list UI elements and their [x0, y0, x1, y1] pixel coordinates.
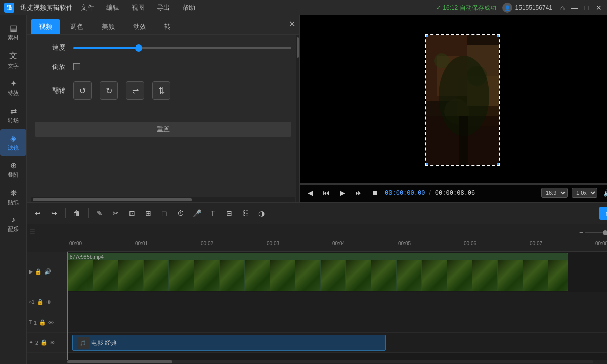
menu-view[interactable]: 视图: [129, 3, 147, 12]
timeline-area: ☰+ − + 00:00 00:01: [27, 224, 607, 364]
track-icon-text-lock[interactable]: 🔒: [39, 319, 46, 326]
preview-area: ◀ ⏮ ▶ ⏭ ⏹ 00:00:00.00 / 00:00:08.06 16:9…: [300, 15, 607, 202]
delete-button[interactable]: 🗑: [70, 206, 84, 220]
link-button[interactable]: ⛓: [238, 206, 252, 220]
speed-label: 速度: [35, 43, 65, 52]
audio-clip[interactable]: 🎵 电影 经典: [72, 335, 386, 351]
preview-canvas: [300, 15, 607, 183]
sidebar-item-filter[interactable]: ◈ 滤镜: [0, 129, 26, 156]
zoom-select[interactable]: 1.0x 0.5x 2.0x: [572, 188, 597, 198]
track-icon-volume[interactable]: 🔊: [44, 268, 51, 275]
tab-more[interactable]: 转: [156, 19, 179, 34]
zoom-track[interactable]: [585, 232, 607, 233]
video-clip-main[interactable]: 877e985b.mp4: [67, 253, 568, 291]
minimize-button[interactable]: —: [571, 4, 579, 12]
undo-button[interactable]: ↩: [31, 206, 45, 220]
stop-button[interactable]: ⏹: [369, 187, 381, 199]
cut-button[interactable]: ✂: [109, 206, 123, 220]
aspect-ratio-select[interactable]: 16:9 4:3 1:1 9:16: [541, 188, 568, 198]
play-button[interactable]: ▶: [336, 187, 349, 199]
speed-slider-thumb[interactable]: [135, 44, 142, 52]
handle-bottom-right[interactable]: [497, 163, 500, 166]
sidebar-item-effect[interactable]: ✦ 特效: [0, 75, 26, 101]
track-icon-audio-eye[interactable]: 👁: [50, 340, 55, 346]
top-area: ✕ 视频 调色 美颜 动效 转 速度: [27, 15, 607, 202]
sidebar-item-transition[interactable]: ⇄ 转场: [0, 102, 26, 128]
timeline-ruler[interactable]: 00:00 00:01 00:02 00:03 00:04 00:05 00:0…: [67, 240, 607, 252]
maximize-button[interactable]: □: [583, 4, 591, 12]
reverse-label: 倒放: [35, 62, 65, 71]
timeline-hscroll[interactable]: [27, 360, 607, 364]
menu-file[interactable]: 文件: [79, 3, 96, 12]
shape-button[interactable]: ◻: [157, 206, 171, 220]
sidebar: ▤ 素材 文 文字 ✦ 特效 ⇄ 转场 ◈ 滤镜 ⊕ 叠附 ❋ 贴纸 ♪ 配乐: [0, 15, 27, 364]
sidebar-item-overlay[interactable]: ⊕ 叠附: [0, 157, 26, 183]
sidebar-item-text[interactable]: 文 文字: [0, 47, 26, 74]
zoom-out-button[interactable]: −: [579, 228, 583, 236]
home-button[interactable]: ⌂: [558, 4, 567, 12]
playhead[interactable]: [67, 252, 68, 360]
titlebar-left: 迅 迅捷视频剪辑软件 文件 编辑 视图 导出 帮助: [4, 3, 197, 13]
clock-button[interactable]: ⏱: [174, 206, 188, 220]
track-icon-audio-lock[interactable]: 🔒: [40, 339, 48, 346]
flip-horizontal-button[interactable]: ⇌: [126, 81, 144, 100]
clip-thumb-18: [498, 260, 523, 291]
handle-bottom-left[interactable]: [425, 163, 428, 166]
sidebar-item-material[interactable]: ▤ 素材: [0, 19, 26, 46]
hscroll-track[interactable]: [67, 360, 593, 363]
pip-button[interactable]: ⊟: [222, 206, 236, 220]
menu-help[interactable]: 帮助: [180, 3, 197, 12]
close-button[interactable]: ✕: [595, 4, 603, 12]
speed-slider[interactable]: [73, 47, 291, 49]
clip-thumb-19: [523, 260, 548, 291]
video-frame[interactable]: [425, 34, 500, 166]
tab-color[interactable]: 调色: [62, 19, 92, 34]
zoom-thumb[interactable]: [603, 230, 607, 235]
export-button[interactable]: ↑ 导出: [599, 207, 608, 220]
tab-video[interactable]: 视频: [31, 19, 60, 34]
volume-button[interactable]: 🔊: [601, 187, 607, 199]
add-track-button[interactable]: ☰+: [29, 226, 40, 238]
rotate-ccw-button[interactable]: ↺: [73, 81, 92, 100]
prev-frame-button[interactable]: ⏮: [320, 187, 332, 199]
panel-hscroll-thumb[interactable]: [33, 198, 192, 201]
edit-button[interactable]: ✎: [93, 206, 107, 220]
panel-close-button[interactable]: ✕: [289, 19, 295, 29]
flip-vertical-button[interactable]: ⇅: [152, 81, 170, 100]
reset-button[interactable]: 重置: [35, 122, 291, 137]
ruler-mark-0: 00:00: [69, 241, 82, 246]
sidebar-item-music[interactable]: ♪ 配乐: [0, 211, 26, 237]
sidebar-item-sticker[interactable]: ❋ 贴纸: [0, 184, 26, 210]
handle-top-right[interactable]: [497, 34, 500, 37]
next-frame-button[interactable]: ⏭: [353, 187, 365, 199]
reverse-row: 倒放: [35, 62, 291, 71]
grid-button[interactable]: ⊞: [141, 206, 155, 220]
tab-beauty[interactable]: 美颜: [94, 19, 123, 34]
track-icon-text-eye[interactable]: 👁: [48, 320, 54, 326]
menu-edit[interactable]: 编辑: [104, 3, 121, 12]
track-icon-text-T: T: [29, 320, 32, 325]
handle-top-left[interactable]: [425, 34, 428, 37]
rewind-button[interactable]: ◀: [304, 187, 316, 199]
color-button[interactable]: ◑: [254, 206, 269, 220]
mic-button[interactable]: 🎤: [190, 206, 204, 220]
clip-name: 877e985b.mp4: [70, 254, 104, 260]
preview-timeline-indicator[interactable]: [300, 183, 607, 185]
reverse-checkbox[interactable]: [73, 63, 80, 70]
menu-export[interactable]: 导出: [155, 3, 172, 12]
track-icon-lock[interactable]: 🔒: [35, 268, 42, 275]
hscroll-thumb[interactable]: [67, 360, 172, 363]
crop-button[interactable]: ⊡: [125, 206, 139, 220]
redo-button[interactable]: ↪: [47, 206, 61, 220]
tab-animation[interactable]: 动效: [125, 19, 154, 34]
panel-scrollbar[interactable]: [296, 35, 299, 202]
user-info: 👤 15155156741: [502, 3, 552, 13]
panel-hscroll[interactable]: [31, 197, 295, 202]
track-icon-overlay-eye[interactable]: 👁: [46, 299, 52, 305]
text-button[interactable]: T: [206, 206, 220, 220]
track-label-text: T 1 🔒 👁: [27, 312, 67, 333]
track-icon-overlay-lock[interactable]: 🔒: [37, 299, 44, 305]
panel-scroll-thumb[interactable]: [297, 37, 299, 58]
rotate-cw-button[interactable]: ↻: [100, 81, 118, 100]
track-icon-expand[interactable]: ▶: [29, 268, 33, 275]
